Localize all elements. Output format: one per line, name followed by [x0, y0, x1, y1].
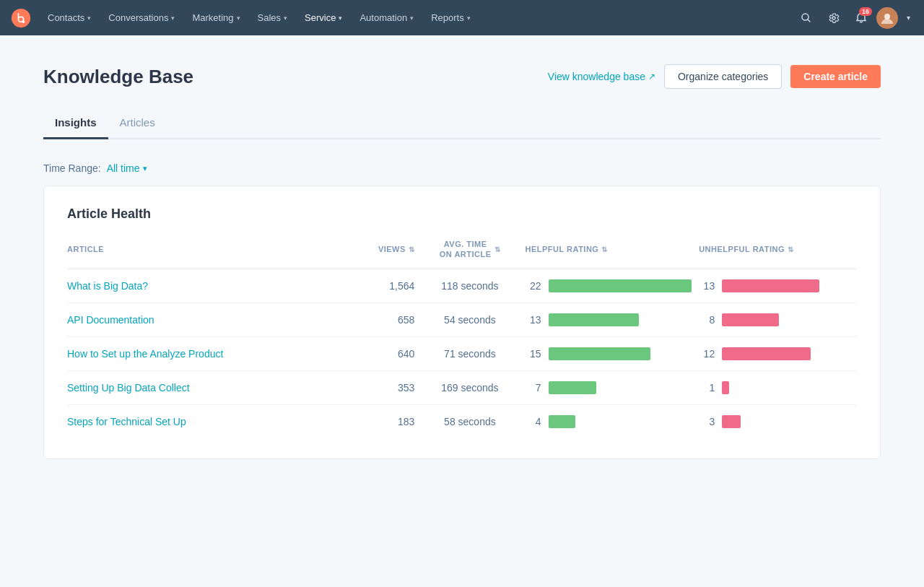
- article-link[interactable]: Setting Up Big Data Collect: [67, 382, 190, 393]
- avgtime-cell: 71 seconds: [414, 336, 525, 370]
- create-article-button[interactable]: Create article: [790, 65, 881, 88]
- svg-point-0: [12, 8, 30, 27]
- views-cell: 1,564: [336, 269, 414, 303]
- svg-point-1: [22, 20, 25, 23]
- sort-icon: ⇅: [409, 245, 415, 253]
- col-header-views: Views ⇅: [336, 239, 414, 269]
- helpful-rating-cell: 7: [526, 370, 699, 404]
- sort-unhelpful[interactable]: Unhelpful Rating ⇅: [699, 245, 793, 253]
- views-cell: 658: [336, 303, 414, 336]
- view-knowledge-base-link[interactable]: View knowledge base ↗: [548, 71, 655, 82]
- chevron-down-icon: ▾: [284, 14, 287, 22]
- sort-helpful[interactable]: Helpful Rating ⇅: [526, 245, 608, 253]
- table-row: What is Big Data?1,564118 seconds 22 13: [67, 269, 857, 303]
- header-actions: View knowledge base ↗ Organize categorie…: [548, 64, 881, 89]
- profile-chevron-icon[interactable]: ▾: [901, 6, 915, 30]
- card-title: Article Health: [67, 206, 857, 222]
- unhelpful-num: 12: [699, 348, 715, 360]
- helpful-bar: [549, 279, 699, 292]
- helpful-rating-cell: 4: [526, 404, 699, 438]
- time-range-dropdown[interactable]: All time ▾: [107, 162, 147, 174]
- col-header-article: Article: [67, 239, 336, 269]
- chevron-down-icon: ▾: [410, 14, 414, 22]
- unhelpful-num: 1: [699, 382, 715, 393]
- table-row: Setting Up Big Data Collect353169 second…: [67, 370, 857, 404]
- article-health-card: Article Health Article Views ⇅: [43, 186, 881, 459]
- avgtime-cell: 118 seconds: [414, 269, 525, 303]
- table-row: How to Set up the Analyze Product64071 s…: [67, 336, 857, 370]
- user-avatar[interactable]: [876, 7, 898, 29]
- chevron-down-icon: ▾: [467, 14, 471, 22]
- chevron-down-icon: ▾: [143, 164, 147, 173]
- nav-item-reports[interactable]: Reports ▾: [422, 0, 479, 35]
- unhelpful-bar: [722, 347, 857, 360]
- page-title: Knowledge Base: [43, 66, 193, 88]
- article-link[interactable]: What is Big Data?: [67, 280, 148, 292]
- col-header-unhelpful: Unhelpful Rating ⇅: [699, 239, 857, 269]
- helpful-rating-cell: 13: [526, 303, 699, 336]
- hubspot-logo[interactable]: [9, 6, 33, 30]
- article-link[interactable]: How to Set up the Analyze Product: [67, 348, 223, 360]
- avgtime-cell: 169 seconds: [414, 370, 525, 404]
- article-link[interactable]: Steps for Technical Set Up: [67, 416, 186, 427]
- helpful-bar: [549, 415, 699, 428]
- time-range-label: Time Range:: [43, 162, 101, 174]
- helpful-num: 15: [526, 348, 541, 360]
- unhelpful-num: 3: [699, 416, 715, 427]
- nav-item-contacts[interactable]: Contacts ▾: [39, 0, 100, 35]
- avgtime-cell: 54 seconds: [414, 303, 525, 336]
- nav-item-automation[interactable]: Automation ▾: [351, 0, 422, 35]
- helpful-bar: [549, 313, 699, 326]
- top-navigation: Contacts ▾ Conversations ▾ Marketing ▾ S…: [0, 0, 924, 35]
- unhelpful-rating-cell: 13: [699, 269, 857, 303]
- col-header-avgtime: Avg. Time On Article ⇅: [414, 239, 525, 269]
- notification-badge: 16: [859, 7, 872, 16]
- nav-item-service[interactable]: Service ▾: [296, 0, 351, 35]
- sort-views[interactable]: Views ⇅: [378, 245, 414, 253]
- search-icon[interactable]: [794, 6, 819, 30]
- helpful-rating-cell: 15: [526, 336, 699, 370]
- table-row: Steps for Technical Set Up18358 seconds …: [67, 404, 857, 438]
- unhelpful-num: 8: [699, 314, 715, 326]
- helpful-bar: [549, 347, 699, 360]
- sort-article[interactable]: Article: [67, 245, 104, 253]
- tab-articles[interactable]: Articles: [108, 109, 167, 139]
- views-cell: 353: [336, 370, 414, 404]
- gear-icon[interactable]: [821, 6, 846, 30]
- helpful-bar: [549, 381, 699, 394]
- views-cell: 640: [336, 336, 414, 370]
- table-row: API Documentation65854 seconds 13 8: [67, 303, 857, 336]
- unhelpful-rating-cell: 3: [699, 404, 857, 438]
- chevron-down-icon: ▾: [339, 14, 342, 22]
- helpful-num: 22: [526, 280, 541, 292]
- unhelpful-rating-cell: 12: [699, 336, 857, 370]
- sort-avgtime[interactable]: Avg. Time On Article ⇅: [440, 239, 500, 260]
- external-link-icon: ↗: [648, 71, 655, 82]
- page-header: Knowledge Base View knowledge base ↗ Org…: [43, 64, 881, 89]
- helpful-num: 13: [526, 314, 541, 326]
- svg-point-3: [884, 14, 890, 19]
- nav-item-sales[interactable]: Sales ▾: [249, 0, 297, 35]
- helpful-num: 4: [526, 416, 541, 427]
- sort-icon: ⇅: [601, 245, 608, 253]
- chevron-down-icon: ▾: [237, 14, 240, 22]
- helpful-num: 7: [526, 382, 541, 393]
- organize-categories-button[interactable]: Organize categories: [664, 64, 782, 89]
- views-cell: 183: [336, 404, 414, 438]
- nav-item-conversations[interactable]: Conversations ▾: [100, 0, 183, 35]
- tab-insights[interactable]: Insights: [43, 109, 108, 139]
- page-content: Knowledge Base View knowledge base ↗ Org…: [0, 35, 924, 488]
- tabs: Insights Articles: [43, 109, 881, 139]
- article-link[interactable]: API Documentation: [67, 314, 154, 326]
- unhelpful-rating-cell: 1: [699, 370, 857, 404]
- unhelpful-bar: [722, 381, 857, 394]
- unhelpful-bar: [722, 313, 857, 326]
- avgtime-cell: 58 seconds: [414, 404, 525, 438]
- unhelpful-num: 13: [699, 280, 715, 292]
- nav-item-marketing[interactable]: Marketing ▾: [183, 0, 248, 35]
- col-header-helpful: Helpful Rating ⇅: [526, 239, 699, 269]
- time-range-row: Time Range: All time ▾: [43, 162, 881, 174]
- unhelpful-bar: [722, 415, 857, 428]
- bell-icon[interactable]: 16: [849, 6, 873, 30]
- chevron-down-icon: ▾: [87, 14, 91, 22]
